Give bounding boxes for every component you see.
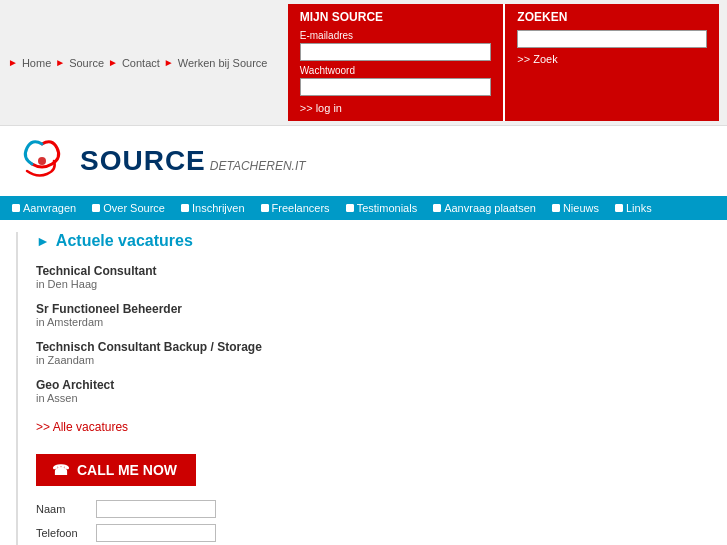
zoeken-panel: ZOEKEN >> Zoek [503,4,719,121]
vacancy-location-2: in Zaandam [36,354,711,366]
nav-icon-aanvraag [433,204,441,212]
vacancy-item-1: Sr Functioneel Beheerder in Amsterdam [36,302,711,328]
breadcrumb-contact[interactable]: Contact [122,57,160,69]
section-arrow-icon: ► [36,233,50,249]
navbar: Aanvragen Over Source Inschrijven Freela… [0,196,727,220]
nav-inschrijven[interactable]: Inschrijven [173,196,253,220]
naam-input[interactable] [96,500,216,518]
telefoon-input[interactable] [96,524,216,542]
nav-icon-testimonials [346,204,354,212]
section-title-text: Actuele vacatures [56,232,193,250]
breadcrumb-source[interactable]: Source [69,57,104,69]
breadcrumb-werken[interactable]: Werken bij Source [178,57,268,69]
top-right-panels: MIJN SOURCE E-mailadres Wachtwoord >> lo… [288,4,719,121]
vacancy-title-1: Sr Functioneel Beheerder [36,302,711,316]
vacancy-location-0: in Den Haag [36,278,711,290]
nav-icon-nieuws [552,204,560,212]
email-label: E-mailadres [300,30,492,41]
nav-freelancers[interactable]: Freelancers [253,196,338,220]
breadcrumb-sep: ► [8,57,18,68]
nav-icon-over [92,204,100,212]
naam-label: Naam [36,503,96,515]
nav-aanvragen-label: Aanvragen [23,202,76,214]
nav-testimonials-label: Testimonials [357,202,418,214]
top-bar: ► Home ► Source ► Contact ► Werken bij S… [0,0,727,126]
call-me-now-button[interactable]: ☎ CALL ME NOW [36,454,196,486]
nav-freelancers-label: Freelancers [272,202,330,214]
nav-icon-freelancers [261,204,269,212]
nav-inschrijven-label: Inschrijven [192,202,245,214]
nav-testimonials[interactable]: Testimonials [338,196,426,220]
nav-icon-links [615,204,623,212]
left-sidebar [16,232,28,545]
login-link[interactable]: >> log in [300,102,342,114]
password-label: Wachtwoord [300,65,492,76]
vacancy-title-3: Geo Architect [36,378,711,392]
breadcrumb-sep2: ► [55,57,65,68]
zoeken-input[interactable] [517,30,707,48]
vacancy-item-3: Geo Architect in Assen [36,378,711,404]
contact-form: Naam Telefoon E-Mail Onderwerp [36,500,711,545]
svg-point-0 [38,157,46,165]
mijn-source-title: MIJN SOURCE [300,10,492,24]
vacancy-location-1: in Amsterdam [36,316,711,328]
logo-container: SOURCEDETACHEREN.IT [12,136,306,186]
phone-icon: ☎ [52,462,69,478]
nav-icon-aanvragen [12,204,20,212]
nav-aanvraag-label: Aanvraag plaatsen [444,202,536,214]
nav-nieuws-label: Nieuws [563,202,599,214]
all-vacatures-link[interactable]: >> Alle vacatures [36,420,711,434]
call-me-label: CALL ME NOW [77,462,177,478]
logo-wordmark: SOURCE [80,145,206,176]
form-row-naam: Naam [36,500,711,518]
vacancy-location-3: in Assen [36,392,711,404]
sidebar-line [16,232,18,545]
vacancy-item-2: Technisch Consultant Backup / Storage in… [36,340,711,366]
breadcrumb: ► Home ► Source ► Contact ► Werken bij S… [8,57,267,69]
zoeken-title: ZOEKEN [517,10,707,24]
nav-over-source[interactable]: Over Source [84,196,173,220]
logo-subtext: DETACHEREN.IT [210,159,306,173]
header: SOURCEDETACHEREN.IT [0,126,727,196]
telefoon-label: Telefoon [36,527,96,539]
password-input[interactable] [300,78,492,96]
nav-links[interactable]: Links [607,196,660,220]
form-row-telefoon: Telefoon [36,524,711,542]
mijn-source-panel: MIJN SOURCE E-mailadres Wachtwoord >> lo… [288,4,504,121]
email-input[interactable] [300,43,492,61]
nav-icon-inschrijven [181,204,189,212]
logo-text-group: SOURCEDETACHEREN.IT [80,145,306,177]
main-content: ► Actuele vacatures Technical Consultant… [0,220,727,545]
vacancy-item-0: Technical Consultant in Den Haag [36,264,711,290]
breadcrumb-sep3: ► [108,57,118,68]
nav-aanvraag-plaatsen[interactable]: Aanvraag plaatsen [425,196,544,220]
breadcrumb-home[interactable]: Home [22,57,51,69]
nav-aanvragen[interactable]: Aanvragen [4,196,84,220]
nav-nieuws[interactable]: Nieuws [544,196,607,220]
vacancy-title-0: Technical Consultant [36,264,711,278]
logo-icon [12,136,72,186]
nav-links-label: Links [626,202,652,214]
breadcrumb-sep4: ► [164,57,174,68]
content-area: ► Actuele vacatures Technical Consultant… [28,232,711,545]
actuele-vacatures-section: ► Actuele vacatures [36,232,711,250]
vacancy-list: Technical Consultant in Den Haag Sr Func… [36,264,711,404]
zoek-link[interactable]: >> Zoek [517,53,557,65]
vacancy-title-2: Technisch Consultant Backup / Storage [36,340,711,354]
nav-over-label: Over Source [103,202,165,214]
